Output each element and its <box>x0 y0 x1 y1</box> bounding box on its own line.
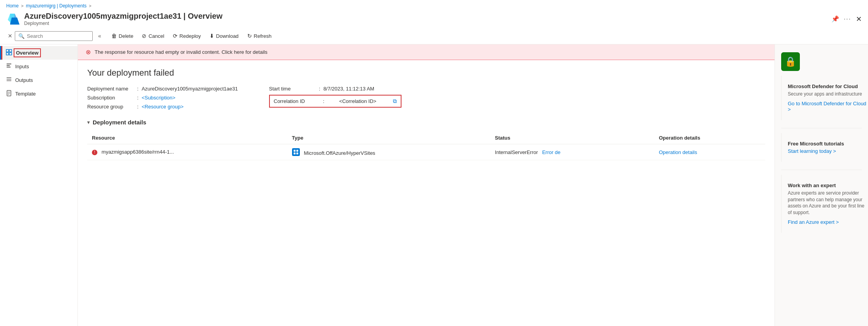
svg-marker-2 <box>10 18 19 25</box>
refresh-button[interactable]: ↻ Refresh <box>243 31 276 41</box>
correlation-id-value: <Correlation ID> <box>339 98 376 104</box>
table-cell-operation: Operation details <box>654 144 765 160</box>
deployment-details-title: Deployment details <box>93 119 146 126</box>
breadcrumb: Home > myazuremigrg | Deployments > <box>0 0 868 10</box>
error-banner-icon: ⊗ <box>86 48 91 56</box>
redeploy-icon: ⟳ <box>173 33 178 39</box>
type-icon <box>292 148 300 156</box>
breadcrumb-sep2: > <box>89 4 91 8</box>
cancel-icon: ⊘ <box>142 33 146 39</box>
meta-subscription-row: Subscription : <Subscription> <box>87 95 238 101</box>
correlation-id-box: Correlation ID : <Correlation ID> ⧉ <box>269 95 401 108</box>
page-header: AzureDiscovery1005myazmigproject1ae31 | … <box>0 10 868 29</box>
breadcrumb-sep1: > <box>21 4 23 8</box>
deployment-details: ▾ Deployment details Resource Type Statu… <box>87 119 765 160</box>
search-input[interactable] <box>27 33 89 39</box>
meta-sep2: : <box>137 95 139 101</box>
error-banner-text: The response for resource had empty or i… <box>95 49 268 55</box>
download-button[interactable]: ⬇ Download <box>206 31 243 41</box>
deployment-meta: Deployment name : AzureDiscovery1005myaz… <box>87 86 765 110</box>
download-icon: ⬇ <box>210 33 214 39</box>
delete-icon: 🗑 <box>111 33 117 39</box>
operation-details-link[interactable]: Operation details <box>659 149 697 155</box>
expert-section: Work with an expert Azure experts are se… <box>781 175 868 233</box>
correlation-id-label: Correlation ID <box>274 98 305 104</box>
sidebar-item-inputs-label: Inputs <box>15 64 29 69</box>
template-icon <box>6 90 12 97</box>
download-label: Download <box>216 33 239 39</box>
meta-subscription-link[interactable]: <Subscription> <box>142 95 176 101</box>
col-header-status: Status <box>490 132 654 144</box>
sidebar-item-inputs[interactable]: Inputs <box>0 60 77 73</box>
meta-sep1: : <box>137 86 139 92</box>
right-panel: 🔒 Microsoft Defender for Cloud Secure yo… <box>775 44 868 326</box>
sidebar-item-overview[interactable]: Overview <box>0 46 77 60</box>
table-cell-status: InternalServerError Error de <box>490 144 654 160</box>
meta-sep3: : <box>137 104 139 110</box>
expert-title: Work with an expert <box>788 182 868 188</box>
inputs-icon <box>6 63 12 70</box>
right-divider-2 <box>781 170 862 170</box>
col-header-type: Type <box>287 132 490 144</box>
page-subtitle: Deployment <box>24 21 222 26</box>
meta-start-sep: : <box>319 86 320 92</box>
redeploy-label: Redeploy <box>180 33 201 39</box>
resource-type: Microsoft.OffAzure/HyperVSites <box>304 150 375 156</box>
breadcrumb-home[interactable]: Home <box>6 3 19 9</box>
breadcrumb-deployments[interactable]: myazuremigrg | Deployments <box>26 3 86 9</box>
more-icon[interactable]: ··· <box>844 16 851 23</box>
pin-icon[interactable]: 📌 <box>831 15 839 23</box>
refresh-icon: ↻ <box>247 33 252 39</box>
error-banner[interactable]: ⊗ The response for resource had empty or… <box>78 44 775 60</box>
tutorials-link[interactable]: Start learning today > <box>788 148 836 154</box>
meta-correlation-row: Correlation ID : <Correlation ID> ⧉ <box>269 95 401 108</box>
defender-logo: 🔒 <box>781 52 800 71</box>
cancel-button[interactable]: ⊘ Cancel <box>138 31 168 41</box>
meta-resource-group-link[interactable]: <Resource group> <box>142 104 184 110</box>
meta-right: Start time : 8/7/2023, 11:12:13 AM Corre… <box>269 86 401 110</box>
col-header-resource: Resource <box>87 132 287 144</box>
collapse-button[interactable]: « <box>97 31 103 41</box>
meta-deployment-name-value: AzureDiscovery1005myazmigproject1ae31 <box>142 86 238 92</box>
table-cell-resource: ! myazmigsapp6386site/rrn44-1... <box>87 144 287 160</box>
expert-link[interactable]: Find an Azure expert > <box>788 219 839 225</box>
sidebar: Overview Inputs Outputs <box>0 44 78 326</box>
collapse-sidebar-button[interactable]: ✕ <box>6 31 14 41</box>
svg-rect-6 <box>9 53 12 55</box>
toolbar-buttons: 🗑 Delete ⊘ Cancel ⟳ Redeploy ⬇ Download … <box>107 31 275 41</box>
close-icon[interactable]: ✕ <box>856 15 862 23</box>
deployment-failed-title: Your deployment failed <box>87 68 765 78</box>
svg-rect-18 <box>296 150 298 152</box>
tutorials-title: Free Microsoft tutorials <box>788 141 868 147</box>
main-layout: Overview Inputs Outputs <box>0 44 868 326</box>
error-details-link[interactable]: Error de <box>542 149 560 155</box>
copy-icon[interactable]: ⧉ <box>393 98 397 105</box>
svg-rect-8 <box>7 65 10 66</box>
defender-title: Microsoft Defender for Cloud <box>788 83 868 89</box>
svg-rect-19 <box>294 152 296 154</box>
search-box: 🔍 <box>15 31 93 41</box>
svg-rect-17 <box>294 150 296 152</box>
meta-left: Deployment name : AzureDiscovery1005myaz… <box>87 86 238 110</box>
delete-button[interactable]: 🗑 Delete <box>107 31 137 41</box>
resource-name: myazmigsapp6386site/rrn44-1... <box>102 149 174 155</box>
sidebar-item-outputs-label: Outputs <box>15 77 33 83</box>
meta-resource-group-label: Resource group <box>87 104 134 110</box>
svg-rect-7 <box>7 64 11 64</box>
sidebar-item-template[interactable]: Template <box>0 87 77 101</box>
toolbar: ✕ 🔍 « 🗑 Delete ⊘ Cancel ⟳ Redeploy ⬇ Dow… <box>0 29 868 44</box>
redeploy-button[interactable]: ⟳ Redeploy <box>169 31 205 41</box>
tutorials-section: Free Microsoft tutorials Start learning … <box>781 133 868 162</box>
svg-rect-3 <box>6 50 9 52</box>
page-title: AzureDiscovery1005myazmigproject1ae31 | … <box>24 12 222 21</box>
meta-resource-group-row: Resource group : <Resource group> <box>87 104 238 110</box>
table-cell-type: Microsoft.OffAzure/HyperVSites <box>287 144 490 160</box>
correlation-sep: : <box>323 98 324 104</box>
sidebar-item-outputs[interactable]: Outputs <box>0 73 77 87</box>
defender-link[interactable]: Go to Microsoft Defender for Cloud > <box>788 101 866 112</box>
deployment-details-header[interactable]: ▾ Deployment details <box>87 119 765 126</box>
col-header-operation: Operation details <box>654 132 765 144</box>
svg-rect-4 <box>9 50 12 52</box>
shield-icon: 🔒 <box>785 56 796 67</box>
expert-text: Azure experts are service provider partn… <box>788 190 868 216</box>
